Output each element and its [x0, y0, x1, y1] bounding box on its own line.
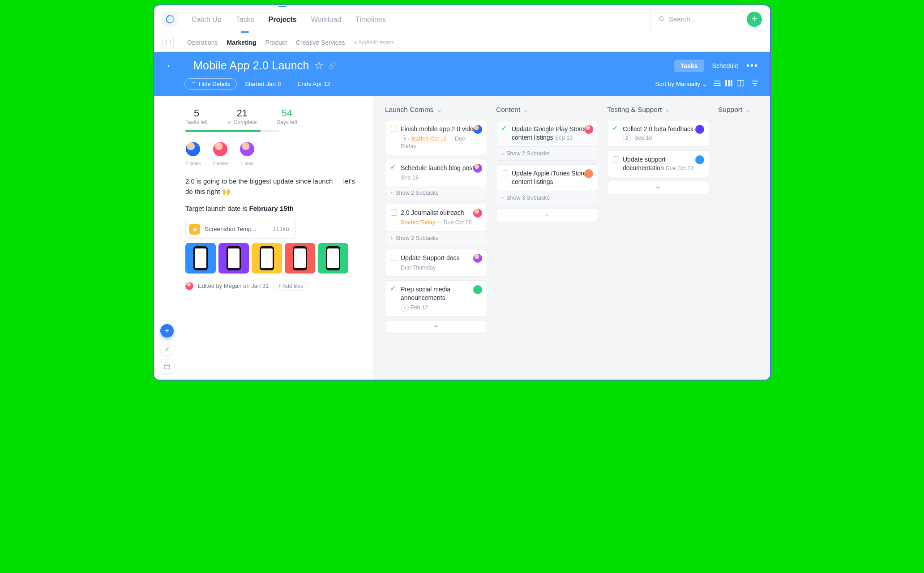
task-board: Launch Comms⌄ Finish mobile app 2.0 vide…: [373, 96, 770, 380]
column-header[interactable]: Launch Comms⌄: [385, 106, 487, 114]
app-logo[interactable]: [162, 11, 178, 27]
project-title-text: Mobile App 2.0 Launch: [193, 59, 309, 72]
view-split-icon[interactable]: [737, 80, 744, 88]
team-creative-services[interactable]: Creative Services: [296, 39, 345, 46]
task-checkbox[interactable]: [391, 165, 397, 171]
show-subtasks-button[interactable]: ›Show 2 Subtasks: [496, 147, 598, 161]
filter-icon[interactable]: [751, 80, 758, 88]
back-button[interactable]: ←: [162, 60, 179, 72]
task-checkbox[interactable]: [613, 126, 619, 132]
assignee-avatar[interactable]: [695, 125, 704, 134]
assignee[interactable]: 2 tasks: [185, 142, 201, 166]
global-add-button[interactable]: +: [747, 12, 762, 27]
swirl-icon: [165, 14, 175, 24]
thumbnail[interactable]: [218, 243, 249, 274]
task-checkbox[interactable]: [613, 156, 619, 162]
assignee-avatar[interactable]: [584, 169, 593, 178]
task-checkbox[interactable]: [391, 126, 397, 132]
svg-rect-10: [731, 80, 732, 86]
screenshot-thumbnails: [185, 243, 357, 274]
assignee-avatar[interactable]: [584, 125, 593, 134]
search-input[interactable]: [669, 15, 740, 23]
project-ends: Ends Apr 12: [297, 81, 330, 87]
view-list-icon[interactable]: [714, 80, 721, 88]
add-edit-teams-button[interactable]: + Add/edit teams: [354, 39, 394, 46]
link-icon[interactable]: 🔗: [328, 62, 337, 70]
nav-timelines[interactable]: Timelines: [355, 7, 387, 32]
task-checkbox[interactable]: [391, 255, 397, 261]
new-task-button[interactable]: +: [160, 324, 174, 338]
star-icon[interactable]: ☆: [314, 59, 324, 72]
stat-value: 54: [276, 107, 297, 119]
column-header[interactable]: Testing & Support⌄: [607, 106, 709, 114]
comment-count: 1: [401, 304, 409, 311]
assignee[interactable]: 1 task: [240, 142, 254, 166]
task-card[interactable]: Collect 2.0 beta feedback 2 Sep 16: [607, 120, 709, 147]
task-card[interactable]: Update Apple iTunes Store content listin…: [496, 164, 598, 191]
nav-tasks[interactable]: Tasks: [235, 7, 255, 32]
add-card-button[interactable]: +: [496, 209, 598, 222]
tab-tasks[interactable]: Tasks: [674, 60, 704, 72]
assignee-avatar[interactable]: [473, 164, 482, 173]
task-card[interactable]: Schedule launch blog postSep 18: [385, 159, 487, 187]
panel-toggle-button[interactable]: [162, 37, 174, 48]
column-header[interactable]: Support⌄: [718, 106, 770, 114]
assignee-count: 1 task: [240, 161, 254, 166]
search-box[interactable]: [650, 5, 740, 33]
task-checkbox[interactable]: [391, 286, 397, 292]
project-started: Started Jan 8: [245, 81, 281, 87]
view-board-icon[interactable]: [725, 80, 732, 88]
assignee-avatar[interactable]: [695, 155, 704, 164]
task-card[interactable]: Update Support docsDue Thursday: [385, 249, 487, 277]
show-subtasks-button[interactable]: ›Show 3 Subtasks: [496, 191, 598, 205]
thumbnail[interactable]: [252, 243, 282, 274]
task-card[interactable]: Prep social media announcements1Feb 12: [385, 280, 487, 316]
task-card[interactable]: Finish mobile app 2.0 video5Started Oct …: [385, 120, 487, 155]
assignee-avatar[interactable]: [473, 125, 482, 134]
tab-schedule[interactable]: Schedule: [712, 62, 738, 69]
task-checkbox[interactable]: [502, 170, 508, 176]
chevron-right-icon: ›: [391, 235, 393, 241]
nav-workload[interactable]: Workload: [310, 7, 342, 32]
attachment[interactable]: ◆ Screenshot Temp... 111kb: [185, 220, 296, 239]
check-button[interactable]: ✓: [160, 342, 174, 355]
archive-button[interactable]: [160, 360, 174, 373]
assignee-avatar[interactable]: [473, 285, 482, 294]
assignee[interactable]: 2 tasks: [213, 142, 228, 166]
project-more-menu[interactable]: •••: [746, 60, 758, 71]
nav-projects[interactable]: Projects: [268, 7, 298, 32]
task-checkbox[interactable]: [502, 126, 508, 132]
svg-rect-8: [725, 80, 727, 86]
column-header[interactable]: Content⌄: [496, 106, 598, 114]
sort-by-label: Sort by Manually: [655, 81, 700, 87]
subtasks-label: Show 2 Subtasks: [506, 150, 550, 157]
add-files-button[interactable]: + Add files: [273, 282, 308, 291]
started-date: Started Today: [401, 219, 435, 226]
thumbnail[interactable]: [285, 243, 315, 274]
svg-line-2: [663, 20, 664, 21]
team-product[interactable]: Product: [265, 39, 287, 46]
chevron-down-icon: ⌄: [702, 81, 707, 88]
chevron-right-icon: ›: [391, 190, 393, 196]
action-rail: + ✓: [160, 324, 174, 373]
nav-catch-up[interactable]: Catch Up: [191, 7, 222, 32]
team-marketing[interactable]: Marketing: [227, 39, 256, 46]
thumbnail[interactable]: [318, 243, 348, 274]
task-title: Schedule launch blog post: [401, 164, 474, 171]
team-operations[interactable]: Operations: [187, 39, 218, 46]
show-subtasks-button[interactable]: ›Show 2 Subtasks: [385, 231, 487, 245]
sort-by-button[interactable]: Sort by Manually ⌄: [655, 81, 707, 88]
hide-details-button[interactable]: ⌃ Hide Details: [184, 78, 237, 90]
add-card-button[interactable]: +: [385, 320, 487, 334]
arrow-icon: →: [448, 136, 454, 142]
task-card[interactable]: Update Google Play Store content listing…: [496, 120, 598, 147]
task-card[interactable]: Update support documentation Due Oct 31: [607, 150, 709, 177]
project-details-pane: 5 Tasks left 21 ✓Complete 54 Days left 2…: [154, 96, 373, 380]
add-card-button[interactable]: +: [607, 181, 709, 194]
column-title: Support: [718, 106, 742, 114]
task-checkbox[interactable]: [391, 210, 397, 216]
thumbnail[interactable]: [185, 243, 216, 274]
task-card[interactable]: 2.0 Journalist outreachStarted Today→Due…: [385, 204, 487, 231]
column-title: Content: [496, 106, 520, 114]
show-subtasks-button[interactable]: ›Show 2 Subtasks: [385, 186, 487, 200]
